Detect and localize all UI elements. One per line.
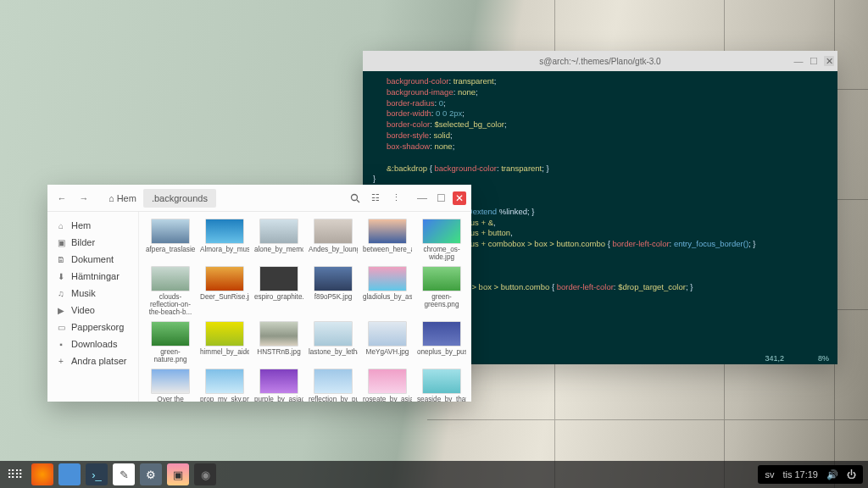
file-thumb[interactable]: alone_by_memovaslg.png xyxy=(253,217,305,263)
file-thumb[interactable]: f89oP5K.jpg xyxy=(307,264,359,318)
thumbnail-image xyxy=(368,321,407,347)
sidebar-item-label: Musik xyxy=(71,288,96,298)
back-button[interactable]: ← xyxy=(53,189,71,208)
file-name: Over the clouds_by_gieffe22.jpg xyxy=(146,396,195,402)
taskbar-app-editor[interactable]: ✎ xyxy=(113,463,135,485)
taskbar-app-settings[interactable]: ⚙ xyxy=(140,463,162,485)
thumbnail-image xyxy=(422,321,461,347)
sidebar-item[interactable]: ⬇Hämtningar xyxy=(47,268,138,285)
terminal-minimize-button[interactable]: — xyxy=(793,56,804,66)
file-name: Almora_by_mustberesult.png xyxy=(200,246,249,253)
file-thumb[interactable]: afpera_traslasierra_by_adn_per... xyxy=(144,217,197,263)
thumbnail-image xyxy=(422,266,461,291)
menu-button[interactable]: ⋮ xyxy=(387,189,405,208)
app-launcher-button[interactable]: ⠿⠿ xyxy=(5,465,24,484)
taskbar-app-dark[interactable]: ◉ xyxy=(194,463,216,485)
terminal-title: s@arch:~/.themes/Plano/gtk-3.0 xyxy=(363,57,837,66)
file-name: green-nature.png xyxy=(146,348,195,363)
file-thumb[interactable]: roseate_by_asiaonly.jpg xyxy=(361,367,414,402)
file-thumb[interactable]: Almora_by_mustberesult.png xyxy=(198,217,251,263)
file-name: MeYgAVH.jpg xyxy=(366,348,409,356)
file-thumb[interactable]: purple_by_asiaonly.jpg xyxy=(253,367,305,402)
terminal-titlebar[interactable]: s@arch:~/.themes/Plano/gtk-3.0 — ☐ ✕ xyxy=(363,51,837,71)
file-name: Andes_by_loungedy.jpg xyxy=(309,246,358,253)
sidebar-item[interactable]: ♫Musik xyxy=(47,285,138,302)
file-name: gladiolus_by_asiaonly.jpg xyxy=(363,293,412,301)
file-name: oneplus_by_puscifer91.png xyxy=(417,348,466,356)
view-toggle-button[interactable]: ☷ xyxy=(366,189,385,208)
sidebar-item-label: Bilder xyxy=(71,237,95,247)
sidebar-item-icon: ▪ xyxy=(56,340,66,349)
thumbnail-image xyxy=(422,369,461,394)
file-name: roseate_by_asiaonly.jpg xyxy=(363,396,412,402)
file-name: clouds-reflection-on-the-beach-b... xyxy=(146,293,195,316)
terminal-maximize-button[interactable]: ☐ xyxy=(809,56,819,66)
file-thumb[interactable]: Over the clouds_by_gieffe22.jpg xyxy=(144,367,197,402)
file-thumb[interactable]: MeYgAVH.jpg xyxy=(361,319,414,365)
terminal-close-button[interactable]: ✕ xyxy=(824,56,834,66)
svg-line-1 xyxy=(357,200,359,202)
file-name: between_here_and_there_deskt... xyxy=(363,246,412,253)
file-thumb[interactable]: clouds-reflection-on-the-beach-b... xyxy=(144,264,197,318)
home-icon: ⌂ xyxy=(108,193,114,203)
sidebar-item[interactable]: ▶Video xyxy=(47,302,138,319)
file-thumb[interactable]: seaside_by_thatonetommy.png xyxy=(415,367,468,402)
file-name: green-greens.png xyxy=(417,293,466,308)
sidebar-item[interactable]: ▭Papperskorg xyxy=(47,319,138,336)
clock[interactable]: tis 17:19 xyxy=(782,469,818,480)
fm-minimize-button[interactable]: — xyxy=(415,191,429,205)
sidebar-item[interactable]: ▣Bilder xyxy=(47,234,138,251)
file-grid: afpera_traslasierra_by_adn_per...Almora_… xyxy=(139,212,471,402)
file-thumb[interactable]: prop_my_sky.png xyxy=(198,367,251,402)
sidebar-item-icon: ♫ xyxy=(56,289,66,298)
sidebar-item[interactable]: ⌂Hem xyxy=(47,217,138,234)
sidebar-item-label: Downloads xyxy=(71,339,117,349)
file-thumb[interactable]: oneplus_by_puscifer91.png xyxy=(415,319,468,365)
file-thumb[interactable]: green-nature.png xyxy=(144,319,197,365)
file-thumb[interactable]: himmel_by_aidendrew.jpg xyxy=(198,319,251,365)
file-thumb[interactable]: Andes_by_loungedy.jpg xyxy=(307,217,359,263)
file-thumb[interactable]: Deer_SunRise.jpg xyxy=(198,264,251,318)
breadcrumb-home[interactable]: ⌂Hem xyxy=(102,193,143,203)
file-thumb[interactable]: lastone_by_lethalnik_art.jpg xyxy=(307,319,359,365)
taskbar-app-firefox[interactable] xyxy=(31,463,53,485)
keyboard-indicator[interactable]: sv xyxy=(765,469,774,480)
file-name: lastone_by_lethalnik_art.jpg xyxy=(309,348,358,356)
sidebar-item-label: Dokument xyxy=(71,254,114,264)
file-manager-sidebar: ⌂Hem▣Bilder🗎Dokument⬇Hämtningar♫Musik▶Vi… xyxy=(47,212,139,402)
fm-close-button[interactable]: ✕ xyxy=(453,191,466,205)
breadcrumb-folder[interactable]: .backgrounds xyxy=(143,189,216,208)
file-thumb[interactable]: reflection_by_puscifer91.png xyxy=(307,367,359,402)
file-name: reflection_by_puscifer91.png xyxy=(309,396,358,402)
file-thumb[interactable]: between_here_and_there_deskt... xyxy=(361,217,414,263)
taskbar-app-image[interactable]: ▣ xyxy=(167,463,189,485)
file-thumb[interactable]: green-greens.png xyxy=(415,264,468,318)
thumbnail-image xyxy=(314,219,353,244)
file-name: prop_my_sky.png xyxy=(200,396,249,402)
power-icon[interactable]: ⏻ xyxy=(847,469,856,480)
apps-icon: ⠿⠿ xyxy=(7,468,22,481)
file-thumb[interactable]: gladiolus_by_asiaonly.jpg xyxy=(361,264,414,318)
taskbar-app-thunar[interactable] xyxy=(58,463,81,485)
sidebar-item-label: Hem xyxy=(71,220,91,230)
search-button[interactable] xyxy=(346,189,364,208)
thumbnail-image xyxy=(205,266,244,291)
taskbar-app-terminal[interactable]: ›_ xyxy=(86,463,108,485)
thumbnail-image xyxy=(151,219,190,244)
file-name: alone_by_memovaslg.png xyxy=(254,246,303,253)
file-thumb[interactable]: HNSTRnB.jpg xyxy=(253,319,305,365)
fm-maximize-button[interactable]: ☐ xyxy=(434,191,448,205)
system-tray: sv tis 17:19 🔊 ⏻ xyxy=(758,465,863,484)
file-name: himmel_by_aidendrew.jpg xyxy=(200,348,249,356)
sidebar-item-icon: ▣ xyxy=(56,238,66,247)
forward-button[interactable]: → xyxy=(75,189,93,208)
file-thumb[interactable]: espiro_graphite.jpg xyxy=(253,264,305,318)
sidebar-item[interactable]: ▪Downloads xyxy=(47,336,138,352)
sidebar-item[interactable]: 🗎Dokument xyxy=(47,251,138,268)
sidebar-item[interactable]: +Andra platser xyxy=(47,352,138,369)
taskbar: ⠿⠿ ›_ ✎ ⚙ ▣ ◉ sv tis 17:19 🔊 ⏻ xyxy=(0,461,868,488)
thumbnail-image xyxy=(151,321,190,347)
file-thumb[interactable]: chrome_os-wide.jpg xyxy=(415,217,468,263)
file-name: Deer_SunRise.jpg xyxy=(200,293,249,301)
volume-icon[interactable]: 🔊 xyxy=(826,469,838,480)
